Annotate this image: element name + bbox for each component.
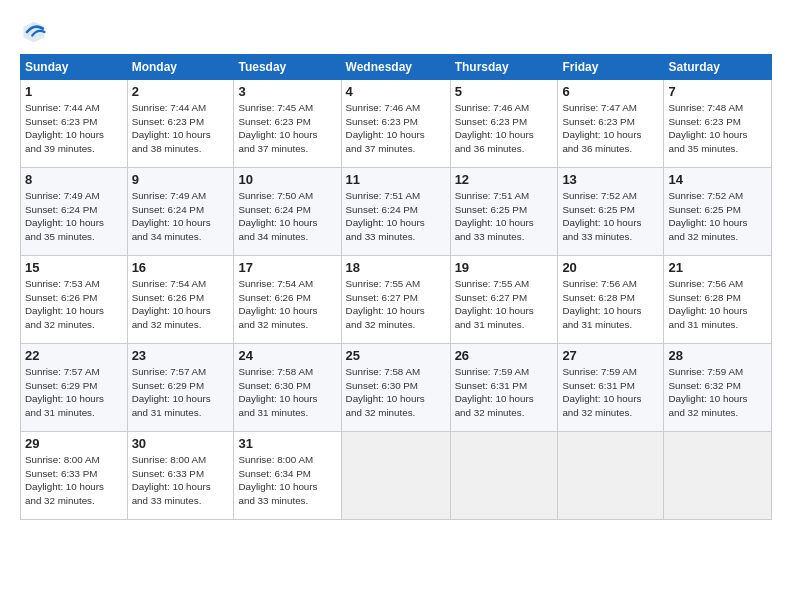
page-header bbox=[20, 18, 772, 46]
day-number: 1 bbox=[25, 84, 123, 99]
day-number: 8 bbox=[25, 172, 123, 187]
calendar-cell: 17Sunrise: 7:54 AM Sunset: 6:26 PM Dayli… bbox=[234, 256, 341, 344]
weekday-header-saturday: Saturday bbox=[664, 55, 772, 80]
day-number: 6 bbox=[562, 84, 659, 99]
day-info: Sunrise: 7:59 AM Sunset: 6:31 PM Dayligh… bbox=[455, 365, 554, 420]
day-number: 21 bbox=[668, 260, 767, 275]
day-number: 16 bbox=[132, 260, 230, 275]
day-info: Sunrise: 7:53 AM Sunset: 6:26 PM Dayligh… bbox=[25, 277, 123, 332]
calendar-cell: 27Sunrise: 7:59 AM Sunset: 6:31 PM Dayli… bbox=[558, 344, 664, 432]
calendar-cell: 19Sunrise: 7:55 AM Sunset: 6:27 PM Dayli… bbox=[450, 256, 558, 344]
day-number: 31 bbox=[238, 436, 336, 451]
day-info: Sunrise: 7:54 AM Sunset: 6:26 PM Dayligh… bbox=[132, 277, 230, 332]
calendar-cell: 6Sunrise: 7:47 AM Sunset: 6:23 PM Daylig… bbox=[558, 80, 664, 168]
calendar-cell: 16Sunrise: 7:54 AM Sunset: 6:26 PM Dayli… bbox=[127, 256, 234, 344]
day-number: 9 bbox=[132, 172, 230, 187]
day-info: Sunrise: 7:46 AM Sunset: 6:23 PM Dayligh… bbox=[346, 101, 446, 156]
calendar-cell bbox=[341, 432, 450, 520]
day-number: 23 bbox=[132, 348, 230, 363]
calendar-cell: 20Sunrise: 7:56 AM Sunset: 6:28 PM Dayli… bbox=[558, 256, 664, 344]
calendar-cell: 29Sunrise: 8:00 AM Sunset: 6:33 PM Dayli… bbox=[21, 432, 128, 520]
day-number: 3 bbox=[238, 84, 336, 99]
day-info: Sunrise: 7:46 AM Sunset: 6:23 PM Dayligh… bbox=[455, 101, 554, 156]
calendar-cell: 9Sunrise: 7:49 AM Sunset: 6:24 PM Daylig… bbox=[127, 168, 234, 256]
calendar-cell: 2Sunrise: 7:44 AM Sunset: 6:23 PM Daylig… bbox=[127, 80, 234, 168]
calendar-cell: 13Sunrise: 7:52 AM Sunset: 6:25 PM Dayli… bbox=[558, 168, 664, 256]
calendar-cell bbox=[450, 432, 558, 520]
day-info: Sunrise: 8:00 AM Sunset: 6:33 PM Dayligh… bbox=[25, 453, 123, 508]
day-info: Sunrise: 7:54 AM Sunset: 6:26 PM Dayligh… bbox=[238, 277, 336, 332]
day-info: Sunrise: 7:52 AM Sunset: 6:25 PM Dayligh… bbox=[668, 189, 767, 244]
calendar-cell: 15Sunrise: 7:53 AM Sunset: 6:26 PM Dayli… bbox=[21, 256, 128, 344]
day-info: Sunrise: 7:51 AM Sunset: 6:25 PM Dayligh… bbox=[455, 189, 554, 244]
day-number: 14 bbox=[668, 172, 767, 187]
day-info: Sunrise: 7:57 AM Sunset: 6:29 PM Dayligh… bbox=[132, 365, 230, 420]
weekday-header-sunday: Sunday bbox=[21, 55, 128, 80]
day-info: Sunrise: 7:52 AM Sunset: 6:25 PM Dayligh… bbox=[562, 189, 659, 244]
calendar-cell: 7Sunrise: 7:48 AM Sunset: 6:23 PM Daylig… bbox=[664, 80, 772, 168]
calendar-cell: 28Sunrise: 7:59 AM Sunset: 6:32 PM Dayli… bbox=[664, 344, 772, 432]
day-info: Sunrise: 7:56 AM Sunset: 6:28 PM Dayligh… bbox=[562, 277, 659, 332]
calendar-cell: 30Sunrise: 8:00 AM Sunset: 6:33 PM Dayli… bbox=[127, 432, 234, 520]
calendar-cell: 31Sunrise: 8:00 AM Sunset: 6:34 PM Dayli… bbox=[234, 432, 341, 520]
day-number: 10 bbox=[238, 172, 336, 187]
calendar-cell: 26Sunrise: 7:59 AM Sunset: 6:31 PM Dayli… bbox=[450, 344, 558, 432]
calendar-cell: 1Sunrise: 7:44 AM Sunset: 6:23 PM Daylig… bbox=[21, 80, 128, 168]
day-number: 12 bbox=[455, 172, 554, 187]
calendar-table: SundayMondayTuesdayWednesdayThursdayFrid… bbox=[20, 54, 772, 520]
calendar-cell: 12Sunrise: 7:51 AM Sunset: 6:25 PM Dayli… bbox=[450, 168, 558, 256]
calendar-cell: 22Sunrise: 7:57 AM Sunset: 6:29 PM Dayli… bbox=[21, 344, 128, 432]
day-info: Sunrise: 8:00 AM Sunset: 6:34 PM Dayligh… bbox=[238, 453, 336, 508]
calendar-cell: 3Sunrise: 7:45 AM Sunset: 6:23 PM Daylig… bbox=[234, 80, 341, 168]
day-info: Sunrise: 7:59 AM Sunset: 6:32 PM Dayligh… bbox=[668, 365, 767, 420]
day-number: 30 bbox=[132, 436, 230, 451]
day-number: 17 bbox=[238, 260, 336, 275]
day-number: 13 bbox=[562, 172, 659, 187]
weekday-header-wednesday: Wednesday bbox=[341, 55, 450, 80]
day-info: Sunrise: 7:49 AM Sunset: 6:24 PM Dayligh… bbox=[25, 189, 123, 244]
day-info: Sunrise: 7:55 AM Sunset: 6:27 PM Dayligh… bbox=[455, 277, 554, 332]
day-number: 15 bbox=[25, 260, 123, 275]
day-info: Sunrise: 7:44 AM Sunset: 6:23 PM Dayligh… bbox=[25, 101, 123, 156]
calendar-cell: 11Sunrise: 7:51 AM Sunset: 6:24 PM Dayli… bbox=[341, 168, 450, 256]
calendar-cell: 23Sunrise: 7:57 AM Sunset: 6:29 PM Dayli… bbox=[127, 344, 234, 432]
day-info: Sunrise: 7:49 AM Sunset: 6:24 PM Dayligh… bbox=[132, 189, 230, 244]
day-info: Sunrise: 7:44 AM Sunset: 6:23 PM Dayligh… bbox=[132, 101, 230, 156]
day-number: 18 bbox=[346, 260, 446, 275]
weekday-header-thursday: Thursday bbox=[450, 55, 558, 80]
calendar-cell: 21Sunrise: 7:56 AM Sunset: 6:28 PM Dayli… bbox=[664, 256, 772, 344]
day-number: 11 bbox=[346, 172, 446, 187]
day-info: Sunrise: 7:48 AM Sunset: 6:23 PM Dayligh… bbox=[668, 101, 767, 156]
day-number: 25 bbox=[346, 348, 446, 363]
day-number: 27 bbox=[562, 348, 659, 363]
logo-icon bbox=[20, 18, 48, 46]
calendar-cell: 5Sunrise: 7:46 AM Sunset: 6:23 PM Daylig… bbox=[450, 80, 558, 168]
day-info: Sunrise: 7:45 AM Sunset: 6:23 PM Dayligh… bbox=[238, 101, 336, 156]
day-number: 19 bbox=[455, 260, 554, 275]
calendar-cell: 4Sunrise: 7:46 AM Sunset: 6:23 PM Daylig… bbox=[341, 80, 450, 168]
calendar-cell: 18Sunrise: 7:55 AM Sunset: 6:27 PM Dayli… bbox=[341, 256, 450, 344]
logo bbox=[20, 18, 52, 46]
calendar-cell: 24Sunrise: 7:58 AM Sunset: 6:30 PM Dayli… bbox=[234, 344, 341, 432]
day-info: Sunrise: 7:58 AM Sunset: 6:30 PM Dayligh… bbox=[346, 365, 446, 420]
calendar-cell: 10Sunrise: 7:50 AM Sunset: 6:24 PM Dayli… bbox=[234, 168, 341, 256]
day-number: 4 bbox=[346, 84, 446, 99]
calendar-cell: 25Sunrise: 7:58 AM Sunset: 6:30 PM Dayli… bbox=[341, 344, 450, 432]
day-number: 28 bbox=[668, 348, 767, 363]
day-number: 2 bbox=[132, 84, 230, 99]
calendar-cell bbox=[664, 432, 772, 520]
day-number: 20 bbox=[562, 260, 659, 275]
day-number: 29 bbox=[25, 436, 123, 451]
day-number: 5 bbox=[455, 84, 554, 99]
day-info: Sunrise: 7:47 AM Sunset: 6:23 PM Dayligh… bbox=[562, 101, 659, 156]
day-info: Sunrise: 7:59 AM Sunset: 6:31 PM Dayligh… bbox=[562, 365, 659, 420]
day-info: Sunrise: 7:57 AM Sunset: 6:29 PM Dayligh… bbox=[25, 365, 123, 420]
weekday-header-friday: Friday bbox=[558, 55, 664, 80]
weekday-header-tuesday: Tuesday bbox=[234, 55, 341, 80]
day-info: Sunrise: 7:55 AM Sunset: 6:27 PM Dayligh… bbox=[346, 277, 446, 332]
calendar-cell: 8Sunrise: 7:49 AM Sunset: 6:24 PM Daylig… bbox=[21, 168, 128, 256]
day-number: 24 bbox=[238, 348, 336, 363]
day-info: Sunrise: 7:56 AM Sunset: 6:28 PM Dayligh… bbox=[668, 277, 767, 332]
day-info: Sunrise: 7:58 AM Sunset: 6:30 PM Dayligh… bbox=[238, 365, 336, 420]
day-number: 26 bbox=[455, 348, 554, 363]
